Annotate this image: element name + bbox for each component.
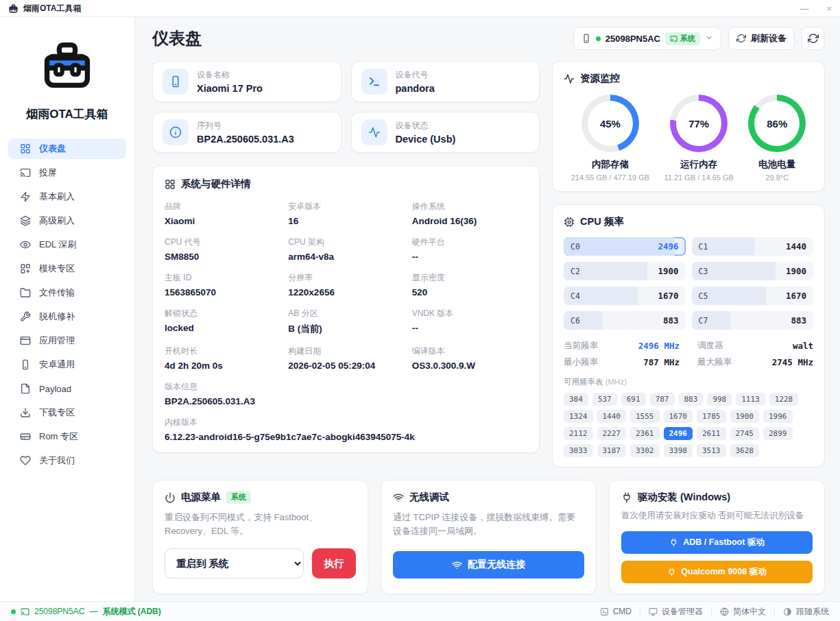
resource-gauge: 86% 电池电量 29.8°C bbox=[748, 95, 806, 182]
sidebar-item-11[interactable]: Payload bbox=[8, 378, 126, 399]
online-dot bbox=[596, 36, 601, 41]
info-value: Device (Usb) bbox=[396, 134, 456, 145]
activity-icon bbox=[564, 73, 575, 84]
configure-wireless-button[interactable]: 配置无线连接 bbox=[393, 551, 584, 579]
execute-button[interactable]: 执行 bbox=[312, 548, 356, 579]
freq-chip: 3187 bbox=[597, 444, 627, 457]
detail-field: 显示密度520 bbox=[412, 272, 527, 297]
theme-icon bbox=[783, 607, 792, 616]
freq-chip: 2361 bbox=[630, 427, 660, 440]
cpu-core-c3[interactable]: C31900 bbox=[692, 262, 814, 280]
folder-icon bbox=[20, 287, 31, 298]
sidebar-item-14[interactable]: 关于我们 bbox=[8, 450, 126, 471]
info-value: pandora bbox=[396, 83, 435, 94]
sidebar-item-12[interactable]: 下载专区 bbox=[8, 402, 126, 423]
close-button[interactable]: × bbox=[826, 4, 832, 13]
cast-icon bbox=[670, 35, 677, 42]
phone-icon bbox=[581, 34, 591, 43]
phone-icon bbox=[20, 359, 31, 370]
freq-chip: 3033 bbox=[564, 444, 593, 457]
grid-icon bbox=[165, 179, 176, 190]
reboot-target-select[interactable]: 重启到 系统 bbox=[165, 548, 304, 579]
statusbar-item-2[interactable]: 设备管理器 bbox=[649, 606, 703, 618]
cpu-core-c6[interactable]: C6883 bbox=[564, 311, 686, 330]
freq-chip: 3513 bbox=[697, 444, 726, 457]
freq-chip: 1996 bbox=[763, 410, 793, 423]
heart-icon bbox=[20, 455, 31, 466]
freq-chip: 1785 bbox=[697, 410, 726, 423]
gauge-label: 运行内存 bbox=[680, 158, 717, 171]
info-value: Xiaomi 17 Pro bbox=[197, 83, 263, 94]
cpu-core-c7[interactable]: C7883 bbox=[692, 311, 814, 330]
sidebar-item-1[interactable]: 仪表盘 bbox=[8, 138, 126, 159]
freq-chip: 2611 bbox=[697, 427, 726, 440]
detail-field: 安卓版本16 bbox=[288, 201, 403, 226]
sidebar-item-6[interactable]: 模块专区 bbox=[8, 258, 126, 279]
freq-chip: 787 bbox=[650, 393, 675, 406]
freq-chip: 3398 bbox=[664, 444, 693, 457]
wifi-icon bbox=[452, 560, 462, 570]
sidebar-item-9[interactable]: 应用管理 bbox=[8, 330, 126, 351]
driver-button-2[interactable]: Qualcomm 9008 驱动 bbox=[621, 561, 813, 583]
sidebar-item-10[interactable]: 安卓通用 bbox=[8, 354, 126, 375]
online-dot bbox=[11, 609, 16, 614]
cpu-core-c4[interactable]: C41670 bbox=[564, 287, 686, 305]
freq-chip: 3302 bbox=[630, 444, 660, 457]
dashboard-icon bbox=[20, 143, 31, 154]
cpu-core-c0[interactable]: C02496 bbox=[564, 237, 686, 256]
gauge-detail: 29.8°C bbox=[765, 173, 789, 182]
sidebar-item-8[interactable]: 脱机修补 bbox=[8, 306, 126, 327]
detail-field: 版本信息BP2A.250605.031.A3 bbox=[165, 381, 527, 406]
sidebar-item-3[interactable]: 基本刷入 bbox=[8, 186, 126, 207]
statusbar-item-1[interactable]: CMD bbox=[600, 607, 632, 616]
statusbar-item-4[interactable]: 跟随系统 bbox=[783, 606, 829, 618]
resource-title: 资源监控 bbox=[580, 72, 620, 85]
activity-icon bbox=[361, 119, 387, 145]
gauge-label: 电池电量 bbox=[758, 158, 795, 171]
sidebar-item-4[interactable]: 高级刷入 bbox=[8, 210, 126, 231]
detail-field: VNDK 版本-- bbox=[412, 308, 527, 335]
info-card: 设备代号 pandora bbox=[351, 61, 540, 102]
cpu-core-c5[interactable]: C51670 bbox=[692, 287, 814, 305]
gauge-detail: 214.55 GB / 477.19 GB bbox=[571, 173, 649, 182]
cast-icon bbox=[21, 607, 29, 616]
info-label: 序列号 bbox=[197, 120, 294, 132]
detail-field: 编译版本OS3.0.300.9.W bbox=[412, 345, 527, 371]
refresh-icon bbox=[808, 33, 819, 44]
cpu-core-c1[interactable]: C11440 bbox=[692, 237, 814, 256]
driver-title: 驱动安装 (Windows) bbox=[638, 491, 730, 504]
flash-icon bbox=[20, 191, 31, 202]
freq-chip: 883 bbox=[679, 393, 704, 406]
freq-chip: 2496 bbox=[664, 427, 693, 440]
sidebar-item-5[interactable]: EDL 深刷 bbox=[8, 234, 126, 255]
resource-gauge: 77% 运行内存 11.21 GB / 14.65 GB bbox=[664, 95, 734, 182]
sidebar-item-13[interactable]: Rom 专区 bbox=[8, 426, 126, 447]
driver-button-1[interactable]: ADB / Fastboot 驱动 bbox=[621, 531, 813, 554]
statusbar-device-status: 25098PN5AC — 系统模式 (ADB) bbox=[11, 606, 161, 618]
freq-chip: 1440 bbox=[597, 410, 627, 423]
disk-icon bbox=[20, 431, 31, 442]
app-title: 烟雨OTA工具箱 bbox=[23, 3, 81, 14]
sidebar-item-7[interactable]: 文件传输 bbox=[8, 282, 126, 303]
detail-field: 品牌Xiaomi bbox=[165, 201, 280, 226]
minimize-button[interactable]: — bbox=[800, 4, 808, 13]
driver-desc: 首次使用请安装对应驱动 否则可能无法识别设备 bbox=[621, 509, 813, 522]
layers-icon bbox=[20, 215, 31, 226]
resource-gauge: 45% 内部存储 214.55 GB / 477.19 GB bbox=[571, 95, 649, 182]
freq-chip: 2745 bbox=[730, 427, 760, 440]
freq-chip: 1324 bbox=[564, 410, 593, 423]
toolbox-icon bbox=[8, 3, 19, 14]
refresh-devices-button[interactable]: 刷新设备 bbox=[728, 27, 795, 50]
cpu-core-c2[interactable]: C21900 bbox=[564, 262, 686, 280]
device-selector[interactable]: 25098PN5AC 系统 bbox=[573, 27, 721, 50]
info-card: 设备状态 Device (Usb) bbox=[351, 112, 540, 153]
power-icon bbox=[165, 492, 176, 503]
statusbar-item-3[interactable]: 简体中文 bbox=[720, 606, 766, 618]
resource-monitor-card: 资源监控 45% 内部存储 214.55 GB / 477.19 GB 77% … bbox=[552, 61, 825, 192]
sidebar-item-2[interactable]: 投屏 bbox=[8, 162, 126, 183]
cpu-frequency-card: CPU 频率 C02496 C11440 C21900 C31900 C4167… bbox=[552, 204, 825, 467]
page-title: 仪表盘 bbox=[152, 27, 202, 49]
main-content: 仪表盘 25098PN5AC 系统 bbox=[135, 17, 840, 601]
reload-page-button[interactable] bbox=[802, 27, 825, 50]
detail-field: 主板 ID1563865070 bbox=[165, 272, 280, 297]
